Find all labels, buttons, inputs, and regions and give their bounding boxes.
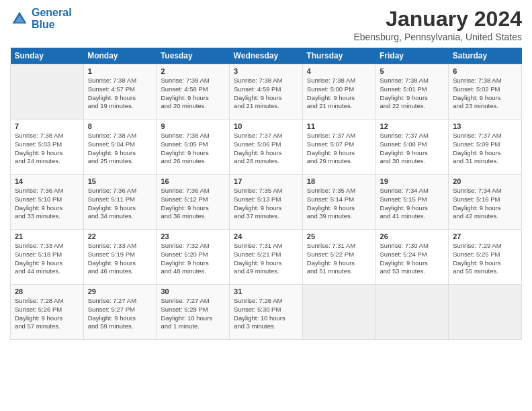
calendar-cell: 13Sunrise: 7:37 AM Sunset: 5:09 PM Dayli… <box>449 120 522 175</box>
day-info: Sunrise: 7:27 AM Sunset: 5:28 PM Dayligh… <box>161 297 225 331</box>
day-info: Sunrise: 7:38 AM Sunset: 4:58 PM Dayligh… <box>161 77 225 111</box>
calendar-cell: 24Sunrise: 7:31 AM Sunset: 5:21 PM Dayli… <box>230 230 303 285</box>
day-number: 11 <box>307 122 371 130</box>
day-info: Sunrise: 7:38 AM Sunset: 5:02 PM Dayligh… <box>453 77 517 111</box>
day-number: 15 <box>88 177 152 185</box>
day-number: 29 <box>88 287 152 295</box>
header-row-days: SundayMondayTuesdayWednesdayThursdayFrid… <box>11 48 522 64</box>
calendar-cell: 11Sunrise: 7:37 AM Sunset: 5:07 PM Dayli… <box>302 120 375 175</box>
calendar-cell: 30Sunrise: 7:27 AM Sunset: 5:28 PM Dayli… <box>157 285 230 340</box>
calendar-cell: 19Sunrise: 7:34 AM Sunset: 5:15 PM Dayli… <box>375 175 449 230</box>
calendar-cell: 9Sunrise: 7:38 AM Sunset: 5:05 PM Daylig… <box>157 120 230 175</box>
day-info: Sunrise: 7:36 AM Sunset: 5:10 PM Dayligh… <box>15 187 79 221</box>
calendar-container: General Blue January 2024 Ebensburg, Pen… <box>0 0 532 347</box>
header-tuesday: Tuesday <box>157 48 230 64</box>
day-number: 23 <box>161 232 225 240</box>
calendar-cell: 4Sunrise: 7:38 AM Sunset: 5:00 PM Daylig… <box>302 64 375 120</box>
day-info: Sunrise: 7:38 AM Sunset: 5:05 PM Dayligh… <box>161 132 225 166</box>
day-number: 30 <box>161 287 225 295</box>
calendar-cell: 28Sunrise: 7:28 AM Sunset: 5:26 PM Dayli… <box>11 285 84 340</box>
day-number: 28 <box>15 287 79 295</box>
calendar-cell: 2Sunrise: 7:38 AM Sunset: 4:58 PM Daylig… <box>157 64 230 120</box>
header-thursday: Thursday <box>302 48 375 64</box>
day-number: 24 <box>234 232 298 240</box>
day-number: 3 <box>234 67 298 75</box>
logo-text: General Blue <box>32 7 72 31</box>
day-info: Sunrise: 7:33 AM Sunset: 5:18 PM Dayligh… <box>15 242 79 276</box>
day-number: 31 <box>234 287 298 295</box>
day-info: Sunrise: 7:38 AM Sunset: 5:03 PM Dayligh… <box>15 132 79 166</box>
week-row-3: 21Sunrise: 7:33 AM Sunset: 5:18 PM Dayli… <box>11 230 522 285</box>
day-info: Sunrise: 7:38 AM Sunset: 4:57 PM Dayligh… <box>88 77 152 111</box>
calendar-cell: 26Sunrise: 7:30 AM Sunset: 5:24 PM Dayli… <box>375 230 449 285</box>
day-number: 5 <box>380 67 445 75</box>
day-number: 14 <box>15 177 79 185</box>
calendar-cell: 16Sunrise: 7:36 AM Sunset: 5:12 PM Dayli… <box>157 175 230 230</box>
calendar-cell: 5Sunrise: 7:38 AM Sunset: 5:01 PM Daylig… <box>375 64 449 120</box>
calendar-cell <box>449 285 522 340</box>
calendar-cell: 3Sunrise: 7:38 AM Sunset: 4:59 PM Daylig… <box>230 64 303 120</box>
day-number: 21 <box>15 232 79 240</box>
calendar-cell <box>302 285 375 340</box>
calendar-cell: 21Sunrise: 7:33 AM Sunset: 5:18 PM Dayli… <box>11 230 84 285</box>
day-info: Sunrise: 7:30 AM Sunset: 5:24 PM Dayligh… <box>380 242 445 276</box>
header-saturday: Saturday <box>449 48 522 64</box>
calendar-cell: 20Sunrise: 7:34 AM Sunset: 5:16 PM Dayli… <box>449 175 522 230</box>
day-info: Sunrise: 7:35 AM Sunset: 5:13 PM Dayligh… <box>234 187 298 221</box>
calendar-cell: 15Sunrise: 7:36 AM Sunset: 5:11 PM Dayli… <box>83 175 157 230</box>
day-number: 7 <box>15 122 79 130</box>
day-number: 17 <box>234 177 298 185</box>
day-info: Sunrise: 7:38 AM Sunset: 5:01 PM Dayligh… <box>380 77 445 111</box>
title-block: January 2024 Ebensburg, Pennsylvania, Un… <box>353 7 522 42</box>
day-info: Sunrise: 7:31 AM Sunset: 5:22 PM Dayligh… <box>307 242 371 276</box>
calendar-cell: 14Sunrise: 7:36 AM Sunset: 5:10 PM Dayli… <box>11 175 84 230</box>
day-info: Sunrise: 7:29 AM Sunset: 5:25 PM Dayligh… <box>453 242 517 276</box>
day-number: 19 <box>380 177 445 185</box>
day-info: Sunrise: 7:28 AM Sunset: 5:26 PM Dayligh… <box>15 297 79 331</box>
day-info: Sunrise: 7:37 AM Sunset: 5:07 PM Dayligh… <box>307 132 371 166</box>
location: Ebensburg, Pennsylvania, United States <box>353 32 522 42</box>
day-info: Sunrise: 7:38 AM Sunset: 5:04 PM Dayligh… <box>88 132 152 166</box>
day-info: Sunrise: 7:36 AM Sunset: 5:11 PM Dayligh… <box>88 187 152 221</box>
calendar-cell: 12Sunrise: 7:37 AM Sunset: 5:08 PM Dayli… <box>375 120 449 175</box>
day-info: Sunrise: 7:38 AM Sunset: 5:00 PM Dayligh… <box>307 77 371 111</box>
week-row-2: 14Sunrise: 7:36 AM Sunset: 5:10 PM Dayli… <box>11 175 522 230</box>
day-info: Sunrise: 7:37 AM Sunset: 5:08 PM Dayligh… <box>380 132 445 166</box>
day-info: Sunrise: 7:26 AM Sunset: 5:30 PM Dayligh… <box>234 297 298 331</box>
week-row-1: 7Sunrise: 7:38 AM Sunset: 5:03 PM Daylig… <box>11 120 522 175</box>
header-row: General Blue January 2024 Ebensburg, Pen… <box>10 7 522 42</box>
day-number: 20 <box>453 177 517 185</box>
day-number: 22 <box>88 232 152 240</box>
day-info: Sunrise: 7:35 AM Sunset: 5:14 PM Dayligh… <box>307 187 371 221</box>
day-info: Sunrise: 7:37 AM Sunset: 5:06 PM Dayligh… <box>234 132 298 166</box>
calendar-cell: 25Sunrise: 7:31 AM Sunset: 5:22 PM Dayli… <box>302 230 375 285</box>
day-info: Sunrise: 7:32 AM Sunset: 5:20 PM Dayligh… <box>161 242 225 276</box>
header-monday: Monday <box>83 48 157 64</box>
calendar-cell: 18Sunrise: 7:35 AM Sunset: 5:14 PM Dayli… <box>302 175 375 230</box>
day-number: 16 <box>161 177 225 185</box>
calendar-cell <box>375 285 449 340</box>
calendar-cell: 27Sunrise: 7:29 AM Sunset: 5:25 PM Dayli… <box>449 230 522 285</box>
day-number: 26 <box>380 232 445 240</box>
calendar-cell: 10Sunrise: 7:37 AM Sunset: 5:06 PM Dayli… <box>230 120 303 175</box>
calendar-cell: 17Sunrise: 7:35 AM Sunset: 5:13 PM Dayli… <box>230 175 303 230</box>
day-number: 12 <box>380 122 445 130</box>
day-info: Sunrise: 7:31 AM Sunset: 5:21 PM Dayligh… <box>234 242 298 276</box>
day-info: Sunrise: 7:27 AM Sunset: 5:27 PM Dayligh… <box>88 297 152 331</box>
logo-icon <box>10 9 29 28</box>
day-number: 27 <box>453 232 517 240</box>
header-wednesday: Wednesday <box>230 48 303 64</box>
day-number: 2 <box>161 67 225 75</box>
calendar-cell: 31Sunrise: 7:26 AM Sunset: 5:30 PM Dayli… <box>230 285 303 340</box>
calendar-cell: 22Sunrise: 7:33 AM Sunset: 5:19 PM Dayli… <box>83 230 157 285</box>
day-info: Sunrise: 7:38 AM Sunset: 4:59 PM Dayligh… <box>234 77 298 111</box>
day-number: 4 <box>307 67 371 75</box>
calendar-cell <box>11 64 84 120</box>
day-number: 18 <box>307 177 371 185</box>
day-number: 25 <box>307 232 371 240</box>
day-number: 6 <box>453 67 517 75</box>
day-info: Sunrise: 7:33 AM Sunset: 5:19 PM Dayligh… <box>88 242 152 276</box>
week-row-0: 1Sunrise: 7:38 AM Sunset: 4:57 PM Daylig… <box>11 64 522 120</box>
calendar-cell: 29Sunrise: 7:27 AM Sunset: 5:27 PM Dayli… <box>83 285 157 340</box>
calendar-table: SundayMondayTuesdayWednesdayThursdayFrid… <box>10 48 522 340</box>
